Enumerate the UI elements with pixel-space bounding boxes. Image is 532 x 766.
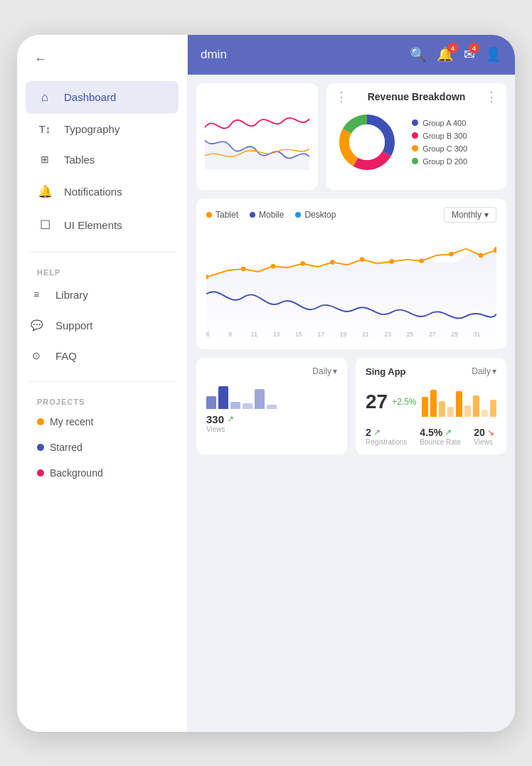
wave-chart-card [196, 83, 318, 190]
sidebar-item-tables[interactable]: ⊞ Tables [26, 144, 179, 175]
daily-filter-button-left[interactable]: Daily ▾ [312, 366, 337, 376]
main-content: dmin 🔍 🔔 4 ✉ 4 👤 [188, 35, 515, 732]
desktop-dot [295, 212, 301, 218]
reg-label: Registrations [366, 438, 407, 446]
chevron-down-icon: ▾ [484, 210, 489, 220]
sing-app-change: +2.5% [392, 397, 416, 407]
views-stat: 330 ↗ [206, 413, 337, 425]
legend-label-c: Group C 300 [422, 144, 467, 153]
donut-svg [335, 110, 399, 174]
reg-value-row: 2 ↗ [366, 427, 407, 438]
sidebar-label-ui-elements: UI Elements [64, 219, 122, 231]
topbar-icons: 🔍 🔔 4 ✉ 4 👤 [410, 46, 502, 63]
notifications-button[interactable]: 🔔 4 [437, 46, 454, 63]
views-stat-right: 20 ↘ Views [474, 427, 494, 446]
user-button[interactable]: 👤 [485, 46, 502, 63]
svg-point-4 [349, 124, 385, 160]
svg-text:11: 11 [251, 331, 258, 338]
ui-icon: ☐ [37, 218, 53, 233]
views-value-row: 20 ↘ [474, 427, 494, 438]
revenue-breakdown-card: ⋮ Revenue Breakdown ⋮ [326, 83, 506, 190]
sidebar-item-notifications[interactable]: 🔔 Notifications [26, 175, 179, 208]
sing-app-card: Sing App Daily ▾ 27 +2.5% [356, 358, 506, 454]
starred-dot [37, 444, 44, 451]
chart-legend: Group A 400 Group B 300 Group C 300 [412, 119, 467, 166]
sidebar-label-support: Support [55, 319, 93, 331]
bar-3 [230, 402, 240, 409]
svg-text:25: 25 [407, 331, 414, 338]
sidebar-label-dashboard: Dashboard [64, 91, 116, 103]
legend-desktop: Desktop [295, 210, 336, 220]
sidebar-item-my-recent[interactable]: My recent [17, 409, 187, 435]
back-button[interactable]: ← [17, 52, 187, 81]
sbar-8 [482, 410, 488, 417]
daily-label-right: Daily [472, 366, 491, 376]
notification-badge: 4 [447, 43, 458, 53]
legend-dot-a [412, 119, 418, 126]
svg-point-10 [360, 257, 365, 262]
reg-value: 2 [366, 427, 371, 438]
views-label: Views [206, 425, 337, 433]
bounce-rate-stat: 4.5% ↗ Bounce Rate [420, 427, 461, 446]
sidebar-item-background[interactable]: Background [17, 460, 187, 486]
svg-text:19: 19 [340, 331, 347, 338]
mail-badge: 4 [469, 43, 479, 53]
sbar-1 [422, 397, 428, 417]
bar-1 [206, 396, 216, 409]
sing-views-change: ↘ [487, 427, 494, 437]
svg-text:15: 15 [295, 331, 302, 338]
help-section-label: HELP [17, 262, 187, 280]
device-frame: ← ⌂ Dashboard T↕ Typography ⊞ Tables 🔔 N… [17, 35, 515, 732]
svg-point-9 [330, 260, 335, 265]
chevron-down-icon-left: ▾ [333, 366, 337, 376]
mobile-label: Mobile [259, 210, 284, 220]
sidebar-label-notifications: Notifications [64, 186, 122, 198]
mini-bars-left [206, 382, 337, 409]
legend-group-b: Group B 300 [412, 132, 467, 140]
bounce-label: Bounce Rate [420, 438, 461, 446]
sidebar-item-support[interactable]: 💬 Support [17, 310, 187, 341]
daily-filter-button-right[interactable]: Daily ▾ [472, 366, 496, 376]
bounce-value: 4.5% [420, 427, 442, 438]
sidebar-item-faq[interactable]: ⊙ FAQ [17, 341, 187, 371]
typography-icon: T↕ [37, 123, 53, 135]
bar-5 [255, 389, 265, 409]
sidebar-item-ui-elements[interactable]: ☐ UI Elements [26, 208, 179, 242]
sidebar: ← ⌂ Dashboard T↕ Typography ⊞ Tables 🔔 N… [17, 35, 188, 732]
mail-button[interactable]: ✉ 4 [464, 46, 475, 63]
projects-section-label: PROJECTS [17, 392, 187, 409]
svg-text:31: 31 [474, 331, 481, 338]
sidebar-label-background: Background [50, 467, 103, 479]
support-icon: 💬 [28, 319, 44, 331]
library-icon: ≡ [28, 289, 44, 300]
tables-icon: ⊞ [37, 154, 53, 165]
sidebar-label-starred: Starred [50, 442, 83, 453]
svg-text:9: 9 [228, 331, 232, 338]
sing-app-title: Sing App [366, 366, 406, 377]
revenue-menu-button[interactable]: ⋮ [335, 90, 348, 103]
content-area: ⋮ Revenue Breakdown ⋮ [188, 75, 515, 732]
revenue-options-button[interactable]: ⋮ [485, 90, 498, 103]
svg-point-8 [300, 261, 305, 266]
tablet-dot [206, 212, 212, 218]
legend-label-b: Group B 300 [422, 132, 467, 140]
home-icon: ⌂ [37, 90, 53, 105]
bounce-value-row: 4.5% ↗ [420, 427, 461, 438]
sidebar-item-dashboard[interactable]: ⌂ Dashboard [26, 81, 179, 114]
sidebar-item-library[interactable]: ≡ Library [17, 280, 187, 310]
bell-icon: 🔔 [37, 184, 53, 199]
svg-text:27: 27 [429, 331, 436, 338]
legend-dot-c [412, 145, 418, 151]
legend-mobile: Mobile [250, 210, 284, 220]
bottom-left-header: Daily ▾ [206, 366, 337, 376]
sidebar-label-typography: Typography [64, 123, 119, 135]
sidebar-item-starred[interactable]: Starred [17, 435, 187, 460]
bar-2 [218, 386, 228, 409]
bar-6 [267, 405, 277, 409]
search-button[interactable]: 🔍 [410, 46, 427, 63]
monthly-filter-button[interactable]: Monthly ▾ [444, 207, 496, 223]
sidebar-label-tables: Tables [64, 154, 95, 166]
sidebar-item-typography[interactable]: T↕ Typography [26, 114, 179, 144]
bottom-row: Daily ▾ 330 ↗ [196, 358, 506, 454]
reg-change: ↗ [373, 427, 381, 437]
